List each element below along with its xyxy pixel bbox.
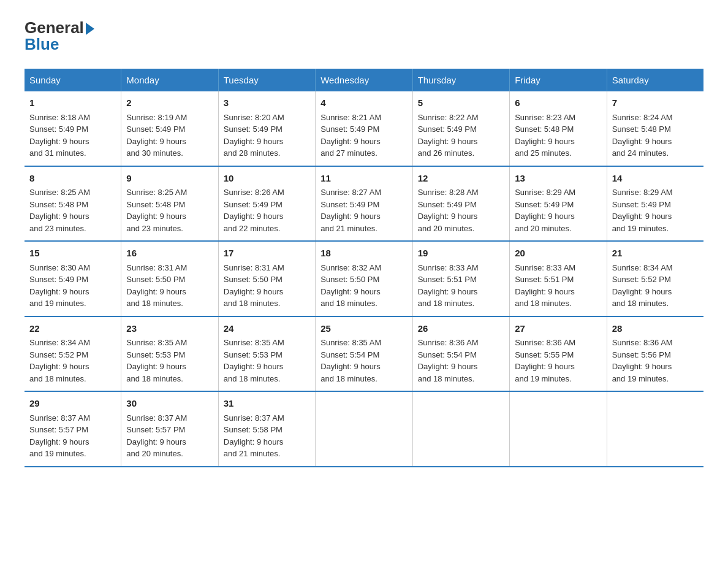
day-daylight: Daylight: 9 hours [126,437,186,446]
header-day-wednesday: Wednesday [316,69,412,91]
day-number: 19 [418,247,504,261]
day-sunrise: Sunrise: 8:31 AM [126,263,187,272]
day-sunrise: Sunrise: 8:37 AM [224,413,284,423]
day-daylight-cont: and 19 minutes. [515,374,572,383]
day-daylight: Daylight: 9 hours [224,212,284,221]
empty-cell [412,391,509,467]
day-daylight: Daylight: 9 hours [29,437,89,446]
day-sunrise: Sunrise: 8:36 AM [515,338,575,347]
day-daylight: Daylight: 9 hours [29,212,89,221]
day-cell-4: 4Sunrise: 8:21 AMSunset: 5:49 PMDaylight… [316,91,412,166]
day-cell-1: 1Sunrise: 8:18 AMSunset: 5:49 PMDaylight… [25,91,121,166]
day-sunrise: Sunrise: 8:35 AM [320,338,381,347]
day-sunset: Sunset: 5:49 PM [224,124,282,134]
day-daylight-cont: and 26 minutes. [418,148,475,158]
day-cell-23: 23Sunrise: 8:35 AMSunset: 5:53 PMDayligh… [121,316,218,392]
day-number: 12 [418,172,504,186]
day-sunrise: Sunrise: 8:21 AM [320,113,381,122]
week-row-2: 8Sunrise: 8:25 AMSunset: 5:48 PMDaylight… [25,166,703,242]
day-number: 25 [320,322,407,336]
day-number: 27 [515,322,601,336]
day-daylight-cont: and 18 minutes. [418,374,475,383]
day-cell-11: 11Sunrise: 8:27 AMSunset: 5:49 PMDayligh… [316,166,412,242]
header-day-monday: Monday [121,69,218,91]
day-sunset: Sunset: 5:52 PM [29,350,88,359]
day-cell-31: 31Sunrise: 8:37 AMSunset: 5:58 PMDayligh… [218,391,315,467]
day-sunrise: Sunrise: 8:23 AM [515,113,575,122]
day-daylight: Daylight: 9 hours [126,137,186,146]
day-sunset: Sunset: 5:49 PM [515,200,574,209]
day-sunrise: Sunrise: 8:25 AM [29,188,90,197]
day-daylight-cont: and 24 minutes. [612,148,669,158]
day-daylight-cont: and 20 minutes. [418,224,475,233]
day-sunset: Sunset: 5:50 PM [224,275,282,284]
day-sunrise: Sunrise: 8:36 AM [418,338,479,347]
day-cell-20: 20Sunrise: 8:33 AMSunset: 5:51 PMDayligh… [510,241,607,316]
day-cell-28: 28Sunrise: 8:36 AMSunset: 5:56 PMDayligh… [607,316,703,392]
day-sunset: Sunset: 5:50 PM [320,275,379,284]
day-cell-22: 22Sunrise: 8:34 AMSunset: 5:52 PMDayligh… [25,316,121,392]
day-daylight-cont: and 31 minutes. [29,148,86,158]
day-number: 24 [224,322,310,336]
day-daylight: Daylight: 9 hours [224,362,284,371]
day-cell-2: 2Sunrise: 8:19 AMSunset: 5:49 PMDaylight… [121,91,218,166]
day-sunrise: Sunrise: 8:33 AM [515,263,575,272]
day-daylight: Daylight: 9 hours [320,287,381,296]
day-number: 7 [612,96,699,110]
day-cell-15: 15Sunrise: 8:30 AMSunset: 5:49 PMDayligh… [25,241,121,316]
day-daylight-cont: and 18 minutes. [320,299,377,308]
header-day-tuesday: Tuesday [218,69,315,91]
day-sunrise: Sunrise: 8:34 AM [29,338,90,347]
day-daylight: Daylight: 9 hours [126,362,186,371]
day-sunset: Sunset: 5:51 PM [418,275,477,284]
day-cell-30: 30Sunrise: 8:37 AMSunset: 5:57 PMDayligh… [121,391,218,467]
day-sunrise: Sunrise: 8:33 AM [418,263,479,272]
day-sunset: Sunset: 5:53 PM [224,350,282,359]
day-cell-3: 3Sunrise: 8:20 AMSunset: 5:49 PMDaylight… [218,91,315,166]
header-row: SundayMondayTuesdayWednesdayThursdayFrid… [25,69,703,91]
day-daylight: Daylight: 9 hours [29,287,89,296]
page-header: General Blue [25,18,703,54]
day-number: 10 [224,172,310,186]
header-day-friday: Friday [510,69,607,91]
day-daylight-cont: and 18 minutes. [126,299,183,308]
day-sunrise: Sunrise: 8:37 AM [126,413,187,423]
day-daylight-cont: and 25 minutes. [515,148,572,158]
day-daylight-cont: and 19 minutes. [612,224,669,233]
day-number: 14 [612,172,699,186]
day-cell-9: 9Sunrise: 8:25 AMSunset: 5:48 PMDaylight… [121,166,218,242]
day-cell-26: 26Sunrise: 8:36 AMSunset: 5:54 PMDayligh… [412,316,509,392]
day-daylight: Daylight: 9 hours [515,287,575,296]
day-cell-5: 5Sunrise: 8:22 AMSunset: 5:49 PMDaylight… [412,91,509,166]
day-cell-13: 13Sunrise: 8:29 AMSunset: 5:49 PMDayligh… [510,166,607,242]
day-sunset: Sunset: 5:49 PM [224,200,282,209]
day-daylight-cont: and 27 minutes. [320,148,377,158]
day-cell-17: 17Sunrise: 8:31 AMSunset: 5:50 PMDayligh… [218,241,315,316]
day-sunset: Sunset: 5:48 PM [515,124,574,134]
day-sunrise: Sunrise: 8:20 AM [224,113,284,122]
day-sunset: Sunset: 5:55 PM [515,350,574,359]
day-daylight-cont: and 19 minutes. [29,449,86,458]
day-sunset: Sunset: 5:52 PM [612,275,671,284]
day-daylight: Daylight: 9 hours [29,362,89,371]
day-daylight: Daylight: 9 hours [612,287,672,296]
day-sunset: Sunset: 5:53 PM [126,350,185,359]
day-cell-7: 7Sunrise: 8:24 AMSunset: 5:48 PMDaylight… [607,91,703,166]
day-number: 31 [224,397,310,411]
day-cell-25: 25Sunrise: 8:35 AMSunset: 5:54 PMDayligh… [316,316,412,392]
week-row-5: 29Sunrise: 8:37 AMSunset: 5:57 PMDayligh… [25,391,703,467]
day-daylight-cont: and 20 minutes. [126,449,183,458]
header-day-thursday: Thursday [412,69,509,91]
day-cell-21: 21Sunrise: 8:34 AMSunset: 5:52 PMDayligh… [607,241,703,316]
week-row-3: 15Sunrise: 8:30 AMSunset: 5:49 PMDayligh… [25,241,703,316]
day-daylight: Daylight: 9 hours [612,362,672,371]
day-sunset: Sunset: 5:58 PM [224,425,282,434]
day-daylight: Daylight: 9 hours [320,137,381,146]
day-sunrise: Sunrise: 8:35 AM [126,338,187,347]
empty-cell [607,391,703,467]
day-sunrise: Sunrise: 8:31 AM [224,263,284,272]
day-sunset: Sunset: 5:49 PM [29,124,88,134]
day-sunrise: Sunrise: 8:37 AM [29,413,90,423]
day-daylight-cont: and 19 minutes. [29,299,86,308]
calendar-table: SundayMondayTuesdayWednesdayThursdayFrid… [25,69,703,467]
